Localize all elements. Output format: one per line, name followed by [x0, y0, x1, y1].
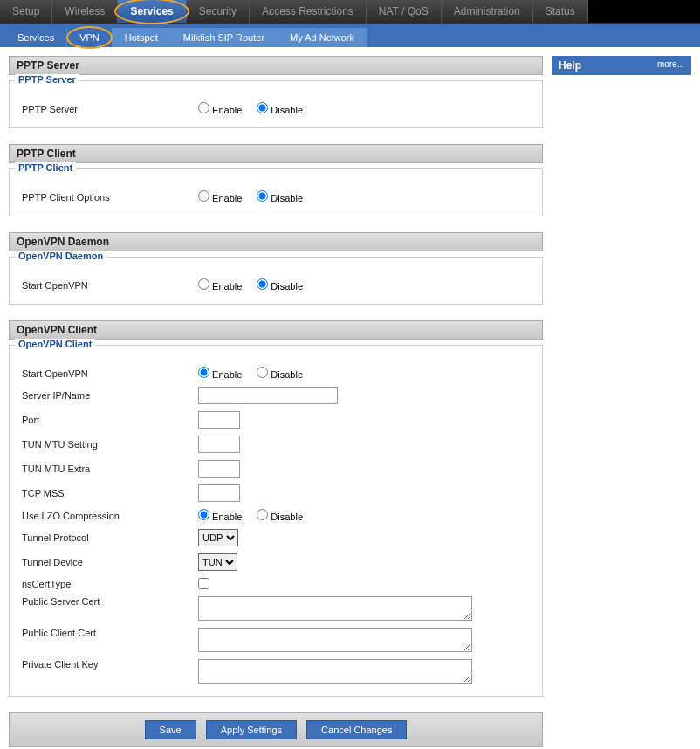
- server-ip-input[interactable]: [198, 387, 338, 404]
- port-input[interactable]: [198, 411, 240, 429]
- pptp-client-fieldset: PPTP Client PPTP Client Options Enable D…: [9, 168, 543, 216]
- ovpn-daemon-radio-disable[interactable]: [257, 278, 268, 290]
- sub-tab-hotspot[interactable]: Hotspot: [113, 28, 171, 47]
- sub-tab-vpn[interactable]: VPN: [67, 28, 113, 47]
- tcpmss-label: TCP MSS: [18, 488, 198, 498]
- top-tab-administration[interactable]: Administration: [442, 0, 533, 23]
- top-tabs: SetupWirelessServicesSecurityAccess Rest…: [0, 0, 700, 24]
- ovpn-client-header: OpenVPN Client: [9, 320, 543, 340]
- top-tab-access-restrictions[interactable]: Access Restrictions: [250, 0, 367, 23]
- pubserver-label: Public Server Cert: [18, 596, 198, 607]
- save-button[interactable]: Save: [145, 720, 196, 739]
- nscert-label: nsCertType: [18, 579, 198, 589]
- help-more-link[interactable]: more...: [657, 59, 684, 72]
- pptp-server-fieldset: PPTP Server PPTP Server Enable Disable: [9, 80, 543, 128]
- pptp-client-legend: PPTP Client: [15, 162, 76, 173]
- lzo-label: Use LZO Compression: [18, 511, 198, 521]
- top-tab-security[interactable]: Security: [187, 0, 250, 23]
- lzo-radio[interactable]: Enable Disable: [198, 509, 315, 522]
- ovpn-start-radio-disable[interactable]: [257, 367, 268, 378]
- mtu-label: TUN MTU Setting: [18, 439, 198, 450]
- top-tab-services[interactable]: Services: [118, 0, 186, 23]
- ovpn-daemon-header: OpenVPN Daemon: [9, 232, 543, 251]
- sub-tab-my-ad-network[interactable]: My Ad Network: [278, 28, 367, 47]
- mtu-input[interactable]: [198, 436, 240, 453]
- ovpn-daemon-label: Start OpenVPN: [18, 280, 198, 291]
- dev-label: Tunnel Device: [18, 557, 198, 567]
- pptp-client-header: PPTP Client: [9, 144, 543, 163]
- ovpn-start-radio[interactable]: Enable Disable: [198, 367, 315, 380]
- sub-tab-services[interactable]: Services: [5, 28, 67, 47]
- pptp-server-header: PPTP Server: [9, 56, 543, 75]
- pptp-server-radio-enable[interactable]: [198, 102, 209, 113]
- ovpn-start-radio-enable[interactable]: [198, 367, 209, 378]
- pptp-client-radio-enable[interactable]: [198, 190, 209, 202]
- pptp-server-legend: PPTP Server: [15, 74, 79, 85]
- server-ip-label: Server IP/Name: [18, 390, 198, 401]
- proto-label: Tunnel Protocol: [18, 533, 198, 543]
- pptp-server-label: PPTP Server: [18, 104, 198, 114]
- top-tab-nat-qos[interactable]: NAT / QoS: [367, 0, 442, 23]
- top-tab-setup[interactable]: Setup: [0, 0, 52, 23]
- ovpn-daemon-fieldset: OpenVPN Daemon Start OpenVPN Enable Disa…: [9, 257, 543, 305]
- cancel-button[interactable]: Cancel Changes: [306, 720, 407, 739]
- ovpn-client-legend: OpenVPN Client: [15, 339, 95, 349]
- ovpn-daemon-legend: OpenVPN Daemon: [15, 251, 106, 261]
- privkey-textarea[interactable]: [198, 659, 472, 684]
- proto-select[interactable]: UDPTCP: [198, 529, 238, 546]
- top-tab-wireless[interactable]: Wireless: [52, 0, 118, 23]
- pptp-client-radio[interactable]: Enable Disable: [198, 190, 315, 203]
- tcpmss-input[interactable]: [198, 484, 240, 502]
- pptp-server-radio[interactable]: Enable Disable: [198, 102, 315, 115]
- pptp-client-radio-disable[interactable]: [257, 190, 268, 202]
- pubserver-textarea[interactable]: [198, 596, 472, 621]
- privkey-label: Private Client Key: [18, 659, 198, 670]
- lzo-radio-disable[interactable]: [257, 509, 268, 520]
- pubclient-textarea[interactable]: [198, 628, 472, 652]
- mtuextra-input[interactable]: [198, 460, 240, 478]
- pubclient-label: Public Client Cert: [18, 628, 198, 638]
- ovpn-start-label: Start OpenVPN: [18, 368, 198, 379]
- dev-select[interactable]: TUNTAP: [198, 553, 237, 571]
- sub-tab-milkfish-sip-router[interactable]: Milkfish SIP Router: [171, 28, 278, 47]
- ovpn-daemon-radio[interactable]: Enable Disable: [198, 278, 315, 292]
- pptp-client-label: PPTP Client Options: [18, 192, 198, 203]
- port-label: Port: [18, 415, 198, 425]
- nscert-checkbox[interactable]: [198, 578, 209, 589]
- ovpn-daemon-radio-enable[interactable]: [198, 278, 209, 290]
- lzo-radio-enable[interactable]: [198, 509, 209, 520]
- help-title: Help: [559, 59, 581, 72]
- sub-tabs: ServicesVPNHotspotMilkfish SIP RouterMy …: [0, 24, 700, 47]
- button-bar: Save Apply Settings Cancel Changes: [9, 712, 543, 747]
- apply-button[interactable]: Apply Settings: [206, 720, 297, 739]
- top-tab-status[interactable]: Status: [533, 0, 588, 23]
- ovpn-client-fieldset: OpenVPN Client Start OpenVPN Enable Disa…: [9, 345, 543, 697]
- pptp-server-radio-disable[interactable]: [257, 102, 268, 113]
- mtuextra-label: TUN MTU Extra: [18, 464, 198, 474]
- help-box: Help more...: [552, 56, 691, 75]
